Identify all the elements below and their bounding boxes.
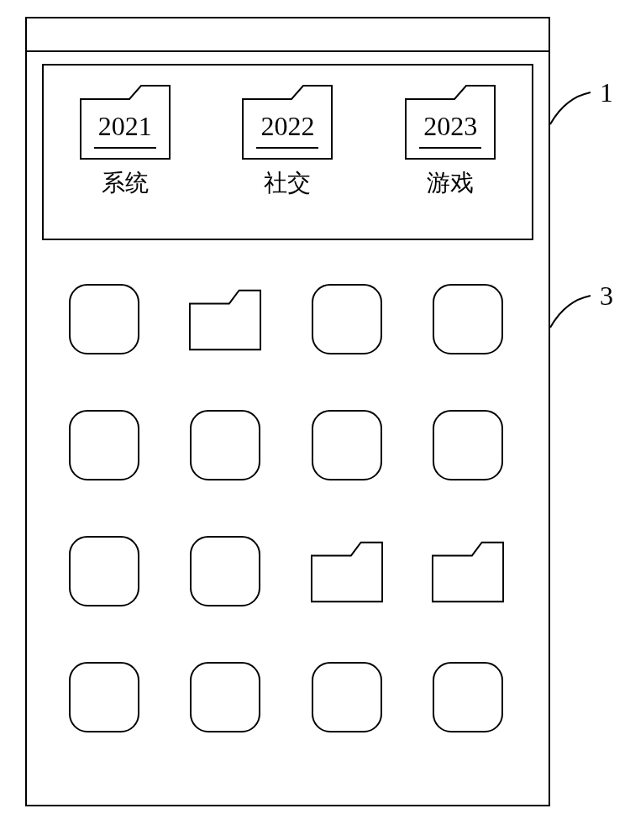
app-icon (69, 536, 139, 606)
app-grid (27, 282, 549, 734)
grid-folder[interactable] (188, 282, 262, 356)
folder-year: 2023 (404, 111, 496, 142)
app-icon (190, 410, 260, 480)
grid-app[interactable] (310, 408, 384, 482)
folder-label-games: 游戏 (427, 167, 474, 199)
grid-app[interactable] (188, 660, 262, 734)
grid-app[interactable] (67, 408, 141, 482)
grid-app[interactable] (67, 660, 141, 734)
callout-line-3 (550, 294, 601, 331)
folder-icon (310, 538, 384, 604)
callout-label-1: 1 (600, 77, 613, 108)
top-folder-section: 2021 系统 2022 社交 2023 游戏 (42, 64, 533, 240)
folder-underline (419, 147, 481, 149)
callout-line-1 (550, 91, 601, 128)
folder-icon: 2021 (79, 81, 171, 160)
folder-label-social: 社交 (264, 167, 311, 199)
folder-item-system[interactable]: 2021 系统 (79, 81, 171, 199)
grid-folder[interactable] (431, 534, 505, 608)
folder-icon (188, 286, 262, 352)
folder-label-system: 系统 (102, 167, 149, 199)
grid-app[interactable] (431, 408, 505, 482)
grid-app[interactable] (310, 282, 384, 356)
app-icon (190, 536, 260, 606)
grid-app[interactable] (188, 408, 262, 482)
app-icon (312, 284, 382, 354)
folder-item-social[interactable]: 2022 社交 (241, 81, 333, 199)
folder-underline (94, 147, 156, 149)
grid-folder[interactable] (310, 534, 384, 608)
folder-underline (256, 147, 318, 149)
folder-year: 2022 (241, 111, 333, 142)
callout-label-3: 3 (600, 281, 613, 312)
grid-app[interactable] (67, 282, 141, 356)
app-icon (312, 662, 382, 732)
app-icon (69, 284, 139, 354)
grid-app[interactable] (188, 534, 262, 608)
app-icon (69, 410, 139, 480)
grid-app[interactable] (67, 534, 141, 608)
grid-app[interactable] (431, 282, 505, 356)
app-icon (312, 410, 382, 480)
app-icon (433, 284, 503, 354)
device-frame: 2021 系统 2022 社交 2023 游戏 (25, 17, 550, 806)
status-bar (27, 18, 549, 52)
app-icon (433, 662, 503, 732)
app-icon (190, 662, 260, 732)
folder-icon (431, 538, 505, 604)
app-icon (433, 410, 503, 480)
folder-item-games[interactable]: 2023 游戏 (404, 81, 496, 199)
folder-icon: 2023 (404, 81, 496, 160)
grid-app[interactable] (310, 660, 384, 734)
folder-icon: 2022 (241, 81, 333, 160)
folder-year: 2021 (79, 111, 171, 142)
app-icon (69, 662, 139, 732)
grid-app[interactable] (431, 660, 505, 734)
